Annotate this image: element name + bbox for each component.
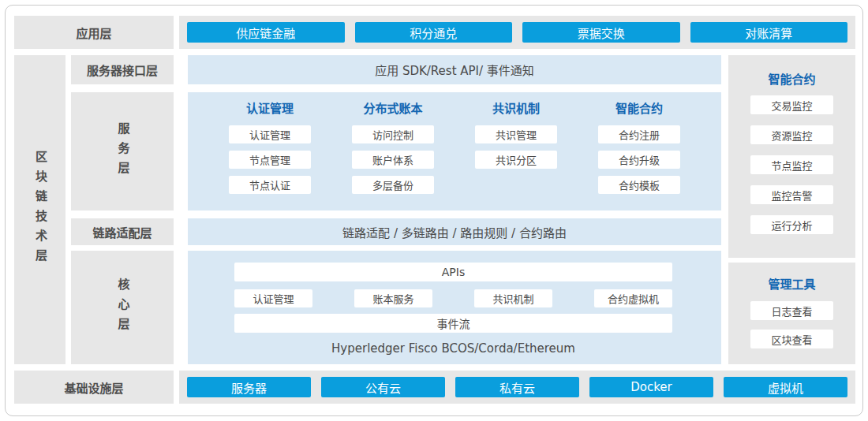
app-btn-points-exchange: 积分通兑 — [355, 22, 513, 43]
svc-header-auth-management: 认证管理 — [229, 102, 311, 116]
monitor-item-resource: 资源监控 — [750, 125, 833, 144]
panel-smart-contract-monitoring: 智能合约 交易监控 资源监控 节点监控 监控告警 运行分析 — [728, 55, 855, 258]
svc-item-contract-template: 合约模板 — [598, 176, 680, 194]
svc-item-consensus-management: 共识管理 — [475, 125, 557, 143]
svc-item-auth-management: 认证管理 — [229, 125, 311, 143]
sublayer-labels-column: 服务器接口层 服务层 链路适配层 核心层 — [71, 55, 174, 364]
core-modules-row: 认证管理 账本服务 共识机制 合约虚拟机 — [234, 289, 672, 307]
tool-item-block-viewer: 区块查看 — [750, 330, 833, 348]
monitor-item-runtime-analysis: 运行分析 — [750, 215, 833, 234]
svc-header-distributed-ledger: 分布式账本 — [352, 102, 434, 116]
infra-btn-public-cloud: 公有云 — [321, 377, 445, 397]
svc-header-consensus-mechanism: 共识机制 — [475, 102, 557, 116]
core-apis-bar: APIs — [234, 263, 672, 281]
app-btn-bill-exchange: 票据交换 — [522, 22, 680, 43]
infra-btn-private-cloud: 私有云 — [455, 377, 579, 397]
svc-col-smart-contract: 智能合约 合约注册 合约升级 合约模板 — [598, 102, 680, 210]
svc-col-auth-management: 认证管理 认证管理 节点管理 节点认证 — [229, 102, 311, 210]
infra-btn-docker: Docker — [589, 377, 713, 397]
architecture-diagram: 应用层 供应链金融 积分通兑 票据交换 对账清算 区块链技术层 服务器接口层 服… — [14, 16, 855, 404]
interface-layer-content: 应用 SDK/Rest API/ 事件通知 — [188, 55, 721, 84]
tool-item-log-viewer: 日志查看 — [750, 301, 833, 320]
service-layer-label: 服务层 — [71, 92, 174, 210]
panel-smart-contract-header: 智能合约 — [768, 73, 815, 87]
svc-item-access-control: 访问控制 — [352, 125, 434, 143]
side-panels-column: 智能合约 交易监控 资源监控 节点监控 监控告警 运行分析 管理工具 日志查看 … — [728, 55, 855, 364]
application-layer-label: 应用层 — [14, 16, 174, 49]
application-layer-row: 应用层 供应链金融 积分通兑 票据交换 对账清算 — [14, 16, 855, 49]
blockchain-technology-layer: 区块链技术层 服务器接口层 服务层 链路适配层 核心层 应用 SDK/Rest … — [14, 55, 855, 364]
application-buttons-strip: 供应链金融 积分通兑 票据交换 对账清算 — [179, 16, 855, 49]
service-layer-panel: 认证管理 认证管理 节点管理 节点认证 分布式账本 访问控制 账户体系 多层备份… — [188, 92, 721, 210]
infra-btn-virtual-machine: 虚拟机 — [724, 377, 847, 397]
svc-item-contract-registration: 合约注册 — [598, 125, 680, 143]
infrastructure-layer-label: 基础设施层 — [14, 371, 174, 404]
app-btn-supply-chain-finance: 供应链金融 — [187, 22, 345, 43]
svc-item-multilayer-backup: 多层备份 — [352, 176, 434, 194]
svc-item-node-authentication: 节点认证 — [229, 176, 311, 194]
infra-btn-server: 服务器 — [187, 377, 311, 397]
svc-col-consensus-mechanism: 共识机制 共识管理 共识分区 — [475, 102, 557, 210]
svc-item-consensus-partition: 共识分区 — [475, 151, 557, 169]
svc-item-node-management: 节点管理 — [229, 151, 311, 169]
blockchain-layer-vertical-label: 区块链技术层 — [14, 55, 65, 364]
infrastructure-buttons-strip: 服务器 公有云 私有云 Docker 虚拟机 — [179, 371, 855, 404]
monitor-item-node: 节点监控 — [750, 155, 833, 174]
core-module-ledger-service: 账本服务 — [354, 289, 432, 307]
core-module-contract-vm: 合约虚拟机 — [594, 289, 672, 307]
link-adaptation-content: 链路适配 / 多链路由 / 路由规则 / 合约路由 — [188, 218, 721, 245]
svc-item-contract-upgrade: 合约升级 — [598, 151, 680, 169]
core-layer-label: 核心层 — [71, 251, 174, 364]
core-layer-panel: APIs 认证管理 账本服务 共识机制 合约虚拟机 事件流 Hyperledge… — [188, 251, 721, 364]
svc-col-distributed-ledger: 分布式账本 访问控制 账户体系 多层备份 — [352, 102, 434, 210]
panel-management-tools-header: 管理工具 — [768, 278, 815, 292]
core-platforms-text: Hyperledger Fisco BCOS/Corda/Ethereum — [234, 341, 672, 356]
monitor-item-alert: 监控告警 — [750, 185, 833, 204]
monitor-item-transaction: 交易监控 — [750, 95, 833, 114]
main-content-column: 应用 SDK/Rest API/ 事件通知 认证管理 认证管理 节点管理 节点认… — [188, 55, 721, 364]
svc-item-account-system: 账户体系 — [352, 151, 434, 169]
core-module-auth-management: 认证管理 — [234, 289, 312, 307]
panel-management-tools: 管理工具 日志查看 区块查看 — [728, 263, 855, 364]
link-adaptation-layer-label: 链路适配层 — [71, 218, 174, 245]
core-event-stream-bar: 事件流 — [234, 314, 672, 333]
app-btn-reconciliation-settlement: 对账清算 — [690, 22, 848, 43]
interface-layer-label: 服务器接口层 — [71, 55, 174, 84]
core-module-consensus-mechanism: 共识机制 — [474, 289, 552, 307]
svc-header-smart-contract: 智能合约 — [598, 102, 680, 116]
infrastructure-layer-row: 基础设施层 服务器 公有云 私有云 Docker 虚拟机 — [14, 371, 855, 404]
